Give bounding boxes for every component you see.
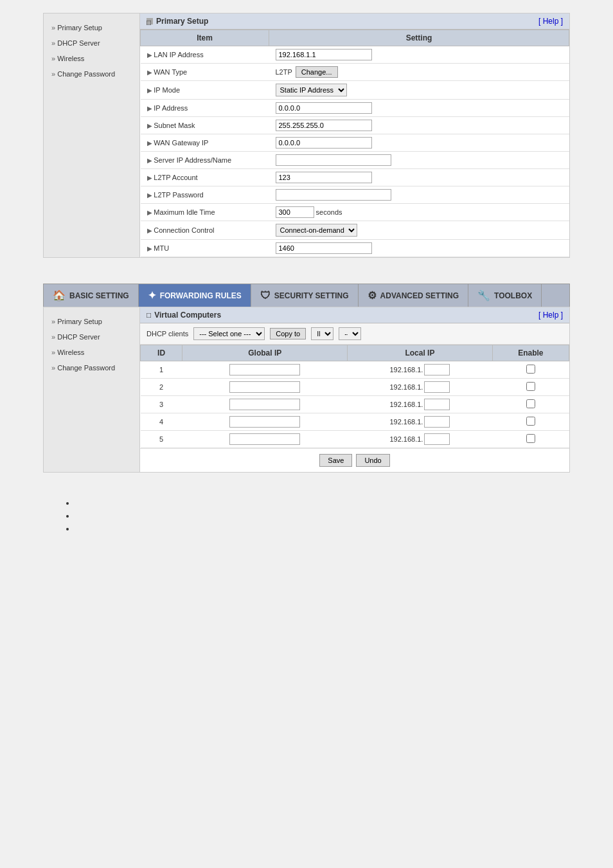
tab-basic-setting[interactable]: 🏠 BASIC SETTING [44,284,139,307]
row-id: 3 [141,396,182,413]
col-local-ip: Local IP [348,345,492,361]
row-label: MTU [147,244,170,252]
change-button[interactable]: Change... [296,66,338,78]
settings-table: Item Setting LAN IP Address WAN Type [140,30,569,257]
l2tp-password-input[interactable] [276,189,391,201]
nav-tabs: 🏠 BASIC SETTING ✦ FORWARDING RULES 🛡 SEC… [43,284,570,307]
table-row: MTU [141,240,569,257]
panel-title-checkbox-icon: □ [147,18,153,24]
dhcp-select[interactable]: --- Select one --- [193,327,265,340]
subnet-mask-input[interactable] [276,120,372,131]
row-label: Connection Control [147,226,215,234]
dhcp-row: DHCP clients --- Select one --- Copy to … [140,323,569,345]
local-ip-suffix-2[interactable] [424,381,450,393]
undo-button[interactable]: Undo [356,454,389,467]
idle-time-suffix: seconds [316,208,342,216]
l2tp-account-input[interactable] [276,172,372,183]
col-enable: Enable [492,345,569,361]
ip-address-input[interactable] [276,102,372,114]
col-global-ip: Global IP [182,345,348,361]
local-ip-suffix-3[interactable] [424,399,450,410]
bottom-panel: Primary Setup DHCP Server Wireless Chang… [43,307,570,473]
global-ip-input-3[interactable] [229,399,300,410]
sidebar-item-change-password[interactable]: Change Password [44,66,139,82]
global-ip-input-2[interactable] [229,381,300,393]
table-row: IP Address [141,100,569,117]
id-direction-select[interactable]: -- [339,327,361,340]
table-row: Subnet Mask [141,117,569,134]
local-ip-suffix-1[interactable] [424,364,450,375]
wan-type-value: L2TP [276,68,292,76]
sidebar-item-dhcp-server[interactable]: DHCP Server [44,35,139,51]
bottom-sidebar-item-change-password[interactable]: Change Password [44,360,139,375]
global-ip-input-4[interactable] [229,416,300,428]
advanced-setting-icon: ⚙ [368,289,377,302]
table-row: L2TP Account [141,169,569,186]
local-ip-suffix-4[interactable] [424,416,450,428]
local-ip-prefix-5: 192.168.1. [389,435,423,443]
list-item [75,524,557,533]
local-ip-group-5: 192.168.1. [354,433,486,445]
table-row: WAN Gateway IP [141,134,569,152]
tab-advanced-setting[interactable]: ⚙ ADVANCED SETTING [359,284,468,307]
enable-checkbox-1[interactable] [526,365,535,374]
wan-gateway-input[interactable] [276,137,372,149]
row-label: L2TP Password [147,191,204,199]
basic-setting-icon: 🏠 [53,289,66,302]
id-select[interactable]: ID 1 2 3 4 5 [311,327,333,340]
local-ip-prefix-3: 192.168.1. [389,401,423,408]
row-label: IP Mode [147,86,181,94]
bottom-sidebar-item-wireless[interactable]: Wireless [44,345,139,360]
lan-ip-input[interactable] [276,49,372,60]
top-panel-title-text: Primary Setup [156,17,208,26]
bottom-section: 🏠 BASIC SETTING ✦ FORWARDING RULES 🛡 SEC… [43,284,570,473]
local-ip-suffix-5[interactable] [424,433,450,445]
enable-checkbox-5[interactable] [526,434,535,443]
security-setting-icon: 🛡 [260,290,271,302]
idle-time-input[interactable] [276,206,314,218]
tab-forwarding-rules[interactable]: ✦ FORWARDING RULES [139,284,251,307]
tab-toolbox-label: TOOLBOX [494,291,532,300]
mtu-input[interactable] [276,242,372,254]
row-label: IP Address [147,104,188,112]
local-ip-prefix-2: 192.168.1. [389,383,423,391]
table-row: Connection Control Connect-on-demand Kee… [141,221,569,240]
ip-mode-select[interactable]: Static IP Address Dynamic IP [276,84,347,96]
list-item [75,511,557,520]
connection-control-select[interactable]: Connect-on-demand Keep alive [276,224,357,237]
global-ip-input-5[interactable] [229,433,300,445]
bottom-main-content: □ Virtual Computers [ Help ] DHCP client… [140,307,569,472]
virtual-computers-table: ID Global IP Local IP Enable 1 192.168.1… [140,345,569,448]
table-row: 1 192.168.1. [141,361,569,379]
top-sidebar: Primary Setup DHCP Server Wireless Chang… [44,14,140,257]
row-label: LAN IP Address [147,51,204,59]
top-help-link[interactable]: [ Help ] [538,17,563,26]
tab-security-setting-label: SECURITY SETTING [274,291,349,300]
col-item: Item [141,30,269,46]
tab-forwarding-rules-label: FORWARDING RULES [160,291,242,300]
bottom-sidebar-item-primary-setup[interactable]: Primary Setup [44,314,139,329]
copy-button[interactable]: Copy to [270,328,306,339]
table-row: LAN IP Address [141,46,569,64]
row-id: 5 [141,431,182,448]
enable-checkbox-2[interactable] [526,382,535,391]
table-row: 4 192.168.1. [141,413,569,431]
enable-checkbox-3[interactable] [526,399,535,408]
bottom-help-link[interactable]: [ Help ] [538,311,563,320]
enable-checkbox-4[interactable] [526,417,535,426]
sidebar-item-primary-setup[interactable]: Primary Setup [44,20,139,35]
tab-security-setting[interactable]: 🛡 SECURITY SETTING [251,284,359,307]
global-ip-input-1[interactable] [229,364,300,375]
toolbox-icon: 🔧 [477,289,490,302]
server-ip-input[interactable] [276,154,391,166]
tab-toolbox[interactable]: 🔧 TOOLBOX [468,284,542,307]
sidebar-item-wireless[interactable]: Wireless [44,51,139,66]
save-button[interactable]: Save [319,454,352,467]
local-ip-group-2: 192.168.1. [354,381,486,393]
row-label: Server IP Address/Name [147,156,232,164]
row-label: WAN Type [147,68,188,76]
row-id: 2 [141,379,182,396]
vc-title-text: Virtual Computers [154,311,221,320]
bottom-sidebar-item-dhcp-server[interactable]: DHCP Server [44,329,139,345]
local-ip-group-1: 192.168.1. [354,364,486,375]
